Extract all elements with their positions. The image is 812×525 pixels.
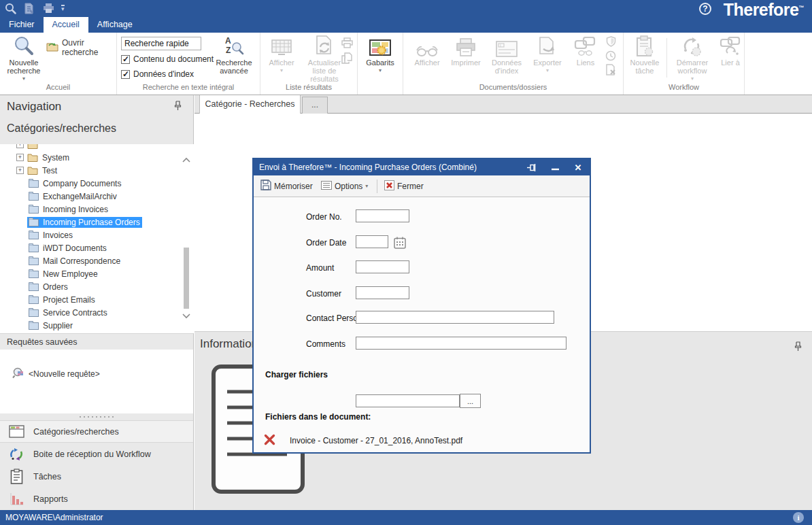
saved-queries-header[interactable]: Requêtes sauvées bbox=[0, 333, 193, 350]
tree-row-test[interactable]: + Test bbox=[0, 164, 194, 177]
tab-fichier[interactable]: Fichier bbox=[0, 17, 44, 33]
export-icon bbox=[538, 34, 557, 58]
link-to-button: Lier à bbox=[716, 34, 745, 83]
order-no-input[interactable] bbox=[356, 209, 409, 222]
tab-overflow[interactable]: ... bbox=[302, 97, 328, 114]
send-to-therefore-dialog: Envoi à Therefore™ - Incoming Purchase O… bbox=[252, 158, 591, 454]
tree-row-supplier[interactable]: Supplier bbox=[0, 319, 194, 332]
save-button[interactable]: Mémoriser bbox=[260, 175, 313, 197]
options-label: Options bbox=[335, 182, 362, 191]
expand-icon[interactable]: + bbox=[16, 167, 24, 174]
nav-mode-reports[interactable]: Rapports bbox=[0, 488, 193, 510]
tree-row-service-contracts[interactable]: Service Contracts bbox=[0, 306, 194, 319]
help-icon[interactable]: ? bbox=[699, 3, 711, 15]
tab-categorie-recherches[interactable]: Catégorie - Recherches bbox=[199, 95, 301, 114]
refresh-results-label: Actualiser liste de résultats bbox=[303, 58, 346, 83]
saved-queries-list: <Nouvelle requête> bbox=[0, 350, 193, 413]
dialog-minimize-icon[interactable] bbox=[549, 161, 561, 173]
quick-search-icon[interactable] bbox=[4, 2, 16, 14]
category-icon bbox=[29, 269, 39, 278]
checkbox-document-content[interactable]: Contenu du document bbox=[121, 54, 214, 64]
close-dialog-button[interactable]: Fermer bbox=[384, 175, 424, 197]
quick-search-input[interactable] bbox=[121, 37, 201, 50]
tree-label-selected: Incoming Purchase Orders bbox=[43, 218, 140, 227]
tree-row-invoices[interactable]: Invoices bbox=[0, 228, 194, 241]
templates-button[interactable]: Gabarits ▾ bbox=[359, 34, 401, 83]
ribbon-group-results: Afficher ▾ Actualiser liste de résultats… bbox=[260, 33, 358, 95]
nav-mode-categories[interactable]: Catégories/recherches bbox=[0, 420, 193, 443]
scrollbar-thumb[interactable] bbox=[184, 248, 189, 309]
dialog-pin-icon[interactable] bbox=[526, 161, 538, 173]
category-icon bbox=[29, 218, 39, 226]
expand-icon[interactable]: + bbox=[16, 154, 24, 161]
browse-button[interactable]: ... bbox=[460, 394, 481, 408]
ribbon: Nouvelle recherche ▾ Ouvrir recherche Ac… bbox=[0, 33, 812, 95]
upload-file-input[interactable] bbox=[356, 394, 460, 407]
new-search-button[interactable]: Nouvelle recherche ▾ bbox=[3, 34, 45, 83]
tree-row-exchangemailarchiv[interactable]: ExchangeMailArchiv bbox=[0, 190, 194, 203]
nav-mode-tasks[interactable]: Tâches bbox=[0, 465, 193, 488]
category-icon bbox=[29, 256, 39, 265]
tree-row-company-documents[interactable]: Company Documents bbox=[0, 177, 194, 190]
tree-row-iwdt-documents[interactable]: iWDT Documents bbox=[0, 241, 194, 254]
tree-row-incoming-purchase-orders[interactable]: Incoming Purchase Orders bbox=[0, 216, 194, 228]
dialog-close-icon[interactable]: ✕ bbox=[572, 161, 584, 173]
remove-file-icon[interactable] bbox=[264, 434, 275, 447]
panel-splitter-handle[interactable] bbox=[0, 413, 193, 420]
open-search-button[interactable]: Ouvrir recherche bbox=[46, 38, 116, 57]
expand-icon[interactable]: + bbox=[16, 144, 24, 148]
tree-label: Project Emails bbox=[43, 295, 95, 305]
checkbox-checked-icon[interactable] bbox=[121, 55, 130, 64]
advanced-search-button[interactable]: AZ Recherche avancée bbox=[209, 34, 258, 83]
pin-icon[interactable] bbox=[174, 101, 182, 112]
save-label: Mémoriser bbox=[274, 182, 313, 191]
content-tab-strip: Catégorie - Recherches ... bbox=[194, 95, 812, 114]
tasks-clipboard-icon bbox=[8, 469, 24, 484]
customer-input[interactable] bbox=[356, 286, 409, 299]
contact-person-input[interactable] bbox=[356, 311, 554, 324]
info-icon[interactable]: i bbox=[793, 512, 804, 523]
folder-icon bbox=[27, 153, 38, 162]
copy-pages-icon bbox=[341, 52, 353, 64]
tab-affichage[interactable]: Affichage bbox=[88, 17, 141, 33]
new-query-item[interactable]: <Nouvelle requête> bbox=[12, 367, 100, 381]
dialog-toolbar: Mémoriser Options ▾ Fermer bbox=[254, 175, 590, 197]
quick-print-icon[interactable] bbox=[42, 2, 54, 14]
contact-person-label: Contact Person bbox=[306, 314, 362, 323]
ribbon-group-workflow: Nouvelle tâche Démarrer workflow ▾ Lier … bbox=[624, 33, 745, 95]
tree-row-project-emails[interactable]: Project Emails bbox=[0, 293, 194, 306]
checkbox-index-data[interactable]: Données d'index bbox=[121, 69, 194, 79]
calendar-icon[interactable] bbox=[392, 235, 407, 250]
order-date-input[interactable] bbox=[356, 235, 388, 248]
group-label-templates bbox=[358, 83, 403, 94]
checkbox-checked-icon[interactable] bbox=[121, 70, 130, 79]
nav-mode-label: Boite de réception du Workflow bbox=[33, 450, 151, 459]
attached-file-name[interactable]: Invoice - Customer - 27_01_2016, AnnoTes… bbox=[290, 436, 462, 445]
tree-row-orders[interactable]: Orders bbox=[0, 280, 194, 293]
options-button[interactable]: Options ▾ bbox=[321, 175, 368, 197]
scroll-up-icon[interactable] bbox=[182, 154, 191, 166]
quick-document-icon[interactable] bbox=[23, 2, 35, 14]
comments-input[interactable] bbox=[356, 337, 566, 350]
upload-files-label: Charger fichiers bbox=[265, 370, 328, 379]
category-icon bbox=[29, 321, 39, 330]
links-button: Liens bbox=[568, 34, 603, 83]
tree-row-incoming-invoices[interactable]: Incoming Invoices bbox=[0, 203, 194, 216]
open-search-label: Ouvrir recherche bbox=[62, 38, 116, 57]
tree-scrollbar[interactable] bbox=[180, 144, 192, 333]
ribbon-group-templates: Gabarits ▾ bbox=[358, 33, 403, 95]
tab-accueil[interactable]: Accueil bbox=[44, 17, 88, 33]
tree-label: Test bbox=[42, 166, 57, 175]
tree-row-new-employee[interactable]: New Employee bbox=[0, 267, 194, 280]
clipboard-task-icon bbox=[635, 34, 654, 58]
scroll-down-icon[interactable] bbox=[182, 310, 191, 322]
pin-icon[interactable] bbox=[794, 341, 802, 352]
tree-row-mail-correspondence[interactable]: Mail Correspondence bbox=[0, 254, 194, 267]
svg-text:Z: Z bbox=[226, 46, 231, 55]
tree-row-partial[interactable]: + bbox=[0, 144, 194, 151]
qat-customize-caret-icon[interactable]: ▾ bbox=[61, 5, 65, 12]
open-folder-icon bbox=[46, 41, 58, 54]
amount-input[interactable] bbox=[356, 260, 409, 273]
tree-row-system[interactable]: + System bbox=[0, 151, 194, 164]
nav-mode-workflow-inbox[interactable]: Boite de réception du Workflow bbox=[0, 443, 193, 465]
